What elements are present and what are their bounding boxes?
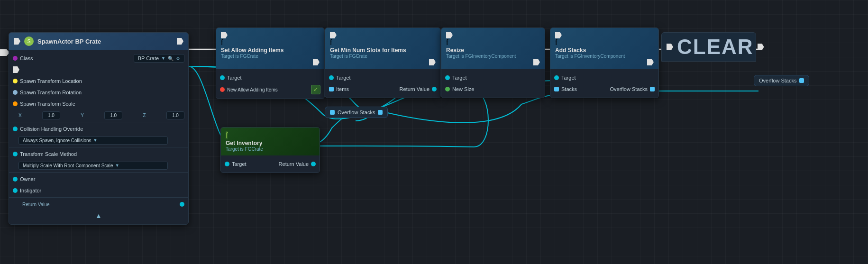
spawn-actor-node: S SpawnActor BP Crate Class BP Crate ▼ 🔍… xyxy=(9,32,189,225)
scale-y-input[interactable] xyxy=(104,111,122,119)
set-allow-exec-in[interactable] xyxy=(221,32,228,38)
scale-z-label: Z xyxy=(143,113,146,118)
resize-func-icon: f xyxy=(446,38,448,46)
class-field[interactable]: BP Crate ▼ 🔍 ⚙ xyxy=(134,54,184,63)
transform-value: Multiply Scale With Root Component Scale xyxy=(23,163,113,168)
get-min-target-row: Target xyxy=(325,72,440,83)
set-allow-body: Target New Allow Adding Items ✓ xyxy=(216,69,324,99)
add-stacks-target-row: Target xyxy=(550,72,658,83)
get-min-items-row: Items Return Value xyxy=(325,83,440,95)
get-min-title: Get Min Num Slots for Items xyxy=(330,47,436,54)
add-stacks-stacks-row: Stacks Overflow Stacks xyxy=(550,83,658,95)
scale-y-label: Y xyxy=(81,113,84,118)
class-pin xyxy=(13,56,18,61)
resize-node: f Resize Target is FGInventoryComponent … xyxy=(441,27,545,98)
left-exec-stub xyxy=(0,49,9,56)
get-min-target-label: Target xyxy=(336,75,351,81)
collision-arrow: ▼ xyxy=(93,138,98,143)
get-min-exec-out[interactable] xyxy=(429,59,436,65)
transform-dropdown-row: Multiply Scale With Root Component Scale… xyxy=(9,160,188,171)
get-min-items-pin xyxy=(329,87,334,91)
spawn-actor-header: S SpawnActor BP Crate xyxy=(9,33,188,50)
class-row: Class BP Crate ▼ 🔍 ⚙ xyxy=(9,53,188,64)
set-allow-subtitle: Target is FGCrate xyxy=(221,54,320,59)
divider-1 xyxy=(9,122,188,122)
clear-exec-in[interactable] xyxy=(667,44,673,50)
divider-3 xyxy=(9,172,188,173)
transform-dropdown[interactable]: Multiply Scale With Root Component Scale… xyxy=(18,162,168,170)
overflow-bubble-pin-left xyxy=(330,110,335,115)
class-label: Class xyxy=(20,55,33,61)
return-value-pin xyxy=(180,202,184,207)
instigator-row: Instigator xyxy=(9,185,188,196)
set-allow-node: f Set Allow Adding Items Target is FGCra… xyxy=(216,27,325,99)
clear-node-area: CLEAR xyxy=(661,32,756,62)
add-stacks-subtitle: Target is FGInventoryComponent xyxy=(555,54,654,59)
exec-in-pin[interactable] xyxy=(13,66,19,73)
get-min-subtitle: Target is FGCrate xyxy=(330,54,436,59)
set-allow-title: Set Allow Adding Items xyxy=(221,47,320,54)
resize-newsize-label: New Size xyxy=(452,86,474,92)
add-stacks-body: Target Stacks Overflow Stacks xyxy=(550,69,658,98)
get-min-header: f Get Min Num Slots for Items Target is … xyxy=(325,28,440,69)
rotation-pin xyxy=(13,90,18,95)
clear-header: CLEAR xyxy=(661,32,756,62)
get-min-target-pin xyxy=(329,75,334,80)
set-allow-exec-out[interactable] xyxy=(313,59,320,65)
resize-newsize-row: New Size xyxy=(441,83,545,95)
resize-body: Target New Size xyxy=(441,69,545,98)
get-inventory-target-row: Target Return Value xyxy=(221,158,320,170)
get-min-return-pin xyxy=(432,87,437,91)
overflow-output-node: Overflow Stacks xyxy=(754,75,809,86)
get-min-return-label: Return Value xyxy=(400,86,429,92)
get-inventory-return-pin xyxy=(311,162,316,166)
class-search-icon[interactable]: 🔍 xyxy=(168,56,174,61)
resize-subtitle: Target is FGInventoryComponent xyxy=(446,54,540,59)
class-dropdown-arrow: ▼ xyxy=(161,56,165,61)
class-options-icon[interactable]: ⚙ xyxy=(176,56,180,61)
spawn-actor-exec-out[interactable] xyxy=(177,38,183,45)
resize-title: Resize xyxy=(446,47,540,54)
collapse-arrow[interactable]: ▲ xyxy=(95,212,102,219)
set-allow-checkbox[interactable]: ✓ xyxy=(311,85,320,94)
get-inventory-subtitle: Target is FGCrate xyxy=(226,146,315,152)
get-min-items-label: Items xyxy=(336,86,349,92)
spawn-actor-exec-in[interactable] xyxy=(14,38,20,45)
set-allow-new-pin xyxy=(220,87,225,92)
spawn-rotation-label: Spawn Transform Rotation xyxy=(20,90,82,95)
collision-dropdown[interactable]: Always Spawn, Ignore Collisions ▼ xyxy=(18,137,168,145)
resize-exec-in[interactable] xyxy=(446,32,453,38)
get-inventory-target-label: Target xyxy=(232,161,247,167)
set-allow-target-label: Target xyxy=(227,75,242,81)
scale-x-label: X xyxy=(18,113,22,118)
collision-value: Always Spawn, Ignore Collisions xyxy=(23,138,91,143)
resize-target-row: Target xyxy=(441,72,545,83)
overflow-output-pin xyxy=(799,78,804,83)
add-stacks-header: f Add Stacks Target is FGInventoryCompon… xyxy=(550,28,658,69)
transform-label: Transform Scale Method xyxy=(20,151,77,157)
exec-pin-row xyxy=(9,64,188,75)
resize-target-label: Target xyxy=(452,75,467,81)
class-value: BP Crate xyxy=(138,55,159,61)
get-min-exec-in[interactable] xyxy=(330,32,337,38)
collision-pin xyxy=(13,127,18,131)
get-inventory-body: Target Return Value xyxy=(221,155,320,173)
owner-row: Owner xyxy=(9,173,188,185)
get-inventory-target-pin xyxy=(225,162,229,166)
transform-label-row: Transform Scale Method xyxy=(9,148,188,160)
overflow-bubble-label: Overflow Stacks xyxy=(338,109,375,115)
set-allow-func-icon: f xyxy=(221,38,223,46)
clear-exec-out[interactable] xyxy=(758,44,764,50)
scale-x-input[interactable] xyxy=(42,111,60,119)
add-stacks-title: Add Stacks xyxy=(555,47,654,54)
scale-z-input[interactable] xyxy=(166,111,184,119)
add-stacks-exec-in[interactable] xyxy=(555,32,562,38)
add-stacks-exec-out[interactable] xyxy=(647,59,654,65)
return-value-label: Return Value xyxy=(22,202,50,207)
spawn-location-label: Spawn Transform Location xyxy=(20,78,82,84)
resize-exec-out[interactable] xyxy=(533,59,540,65)
get-min-body: Target Items Return Value xyxy=(325,69,440,98)
add-stacks-overflow-pin xyxy=(650,87,655,91)
spawn-location-row: Spawn Transform Location xyxy=(9,75,188,87)
get-inventory-header: f Get Inventory Target is FGCrate xyxy=(221,127,320,155)
